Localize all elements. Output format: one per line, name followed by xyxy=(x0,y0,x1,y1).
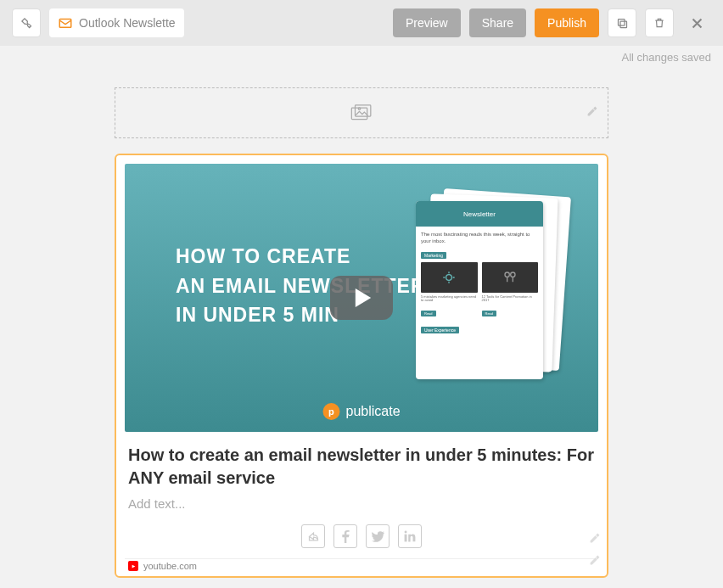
twitter-icon xyxy=(372,531,384,542)
pencil-icon xyxy=(589,555,600,566)
brand-name: publicate xyxy=(345,404,400,419)
facebook-button[interactable] xyxy=(333,524,357,548)
youtube-icon xyxy=(128,561,138,571)
document-title: Outlook Newslette xyxy=(79,16,176,30)
svg-rect-0 xyxy=(59,20,71,28)
wrench-button[interactable] xyxy=(12,8,41,37)
mockup-col2: 12 Tools for Content Promotion in 2017 xyxy=(482,295,539,304)
pencil-icon xyxy=(589,533,600,544)
image-placeholder-block[interactable] xyxy=(115,87,608,138)
images-icon xyxy=(350,104,373,121)
play-button[interactable] xyxy=(330,276,393,320)
wrench-icon xyxy=(20,17,33,30)
facebook-icon xyxy=(342,530,350,543)
svg-rect-2 xyxy=(618,19,625,25)
save-status: All changes saved xyxy=(0,46,723,64)
brand-logo-icon: p xyxy=(322,403,339,420)
edit-source-button[interactable] xyxy=(589,554,600,569)
publish-button[interactable]: Publish xyxy=(535,8,599,37)
close-icon xyxy=(690,16,704,31)
share-button[interactable]: Share xyxy=(469,8,526,37)
mockup-sub: The most fascinating reads this week, st… xyxy=(421,232,538,245)
delete-button[interactable] xyxy=(645,8,674,37)
edit-card-button[interactable] xyxy=(589,532,600,547)
linkedin-icon xyxy=(404,530,416,542)
source-label: youtube.com xyxy=(143,561,197,571)
editor-canvas: HOW TO CREATE AN EMAIL NEWSLETTER IN UND… xyxy=(0,64,723,578)
newsletter-mockup: Newsletter The most fascinating reads th… xyxy=(416,189,564,384)
trash-icon xyxy=(653,17,665,29)
video-thumbnail[interactable]: HOW TO CREATE AN EMAIL NEWSLETTER IN UND… xyxy=(125,164,598,432)
mockup-page-front: Newsletter The most fascinating reads th… xyxy=(416,201,543,379)
share-row xyxy=(125,524,598,555)
mockup-tag-1: Marketing xyxy=(421,252,446,259)
content-stack: HOW TO CREATE AN EMAIL NEWSLETTER IN UND… xyxy=(115,87,608,578)
pencil-icon xyxy=(586,106,597,117)
svg-rect-9 xyxy=(405,535,407,542)
svg-point-7 xyxy=(505,272,509,277)
svg-point-6 xyxy=(446,274,452,280)
svg-point-8 xyxy=(510,272,514,277)
envelope-icon xyxy=(58,15,73,31)
copy-icon xyxy=(616,17,629,30)
mockup-tag-2: User Experience xyxy=(421,327,459,333)
document-title-pill[interactable]: Outlook Newslette xyxy=(49,8,184,37)
linkedin-button[interactable] xyxy=(398,524,422,548)
brand-badge: p publicate xyxy=(322,403,400,420)
play-icon xyxy=(354,287,373,309)
svg-rect-1 xyxy=(620,21,627,28)
share-arrow-icon xyxy=(307,530,320,543)
twitter-button[interactable] xyxy=(366,524,390,548)
topbar: Outlook Newslette Preview Share Publish xyxy=(0,0,723,46)
share-generic-button[interactable] xyxy=(301,524,325,548)
close-button[interactable] xyxy=(682,8,711,37)
svg-point-10 xyxy=(405,531,407,534)
svg-point-5 xyxy=(358,108,361,110)
preview-button[interactable]: Preview xyxy=(393,8,461,37)
svg-rect-4 xyxy=(356,105,371,116)
thumbnail-line1: HOW TO CREATE xyxy=(176,242,426,272)
duplicate-button[interactable] xyxy=(608,8,636,37)
edit-block-button[interactable] xyxy=(586,105,597,120)
source-row: youtube.com xyxy=(125,558,598,571)
mockup-header: Newsletter xyxy=(416,201,543,227)
add-text-placeholder[interactable]: Add text... xyxy=(128,496,595,511)
mockup-col1: 5 mistakes marketing agencies need to av… xyxy=(421,295,478,304)
video-title[interactable]: How to create an email newsletter in und… xyxy=(128,444,595,490)
video-card: HOW TO CREATE AN EMAIL NEWSLETTER IN UND… xyxy=(115,154,608,578)
